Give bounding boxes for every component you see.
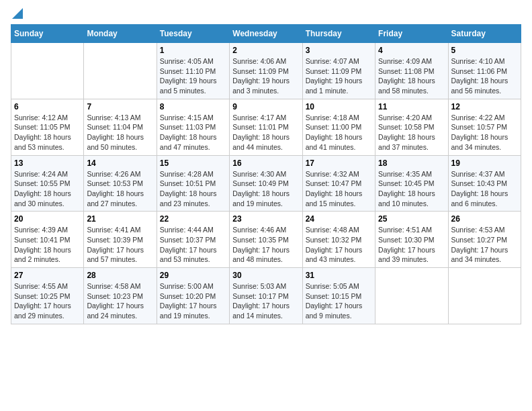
day-info: Sunrise: 4:41 AM Sunset: 10:39 PM Daylig… — [87, 225, 153, 265]
calendar-cell: 31Sunrise: 5:05 AM Sunset: 10:15 PM Dayl… — [302, 268, 375, 324]
calendar-table: SundayMondayTuesdayWednesdayThursdayFrid… — [11, 24, 521, 324]
day-number: 28 — [87, 271, 153, 280]
day-number: 1 — [160, 46, 226, 55]
calendar-cell: 22Sunrise: 4:44 AM Sunset: 10:37 PM Dayl… — [157, 212, 229, 268]
day-number: 11 — [378, 102, 445, 111]
calendar-cell: 12Sunrise: 4:22 AM Sunset: 10:57 PM Dayl… — [448, 99, 521, 155]
day-number: 22 — [160, 214, 226, 224]
calendar-cell: 25Sunrise: 4:51 AM Sunset: 10:30 PM Dayl… — [375, 212, 448, 268]
day-info: Sunrise: 4:22 AM Sunset: 10:57 PM Daylig… — [451, 113, 518, 152]
day-info: Sunrise: 4:17 AM Sunset: 11:01 PM Daylig… — [232, 113, 299, 152]
weekday-header: Monday — [84, 25, 157, 43]
day-number: 16 — [232, 158, 299, 168]
day-number: 31 — [306, 271, 372, 280]
calendar-cell: 4Sunrise: 4:09 AM Sunset: 11:08 PM Dayli… — [375, 43, 448, 99]
calendar-cell: 14Sunrise: 4:26 AM Sunset: 10:53 PM Dayl… — [84, 155, 157, 212]
calendar-cell: 8Sunrise: 4:15 AM Sunset: 11:03 PM Dayli… — [157, 99, 229, 155]
page-header — [11, 11, 521, 19]
day-number: 24 — [306, 214, 372, 224]
day-info: Sunrise: 4:26 AM Sunset: 10:53 PM Daylig… — [87, 169, 153, 209]
calendar-cell: 6Sunrise: 4:12 AM Sunset: 11:05 PM Dayli… — [11, 99, 84, 155]
day-info: Sunrise: 4:13 AM Sunset: 11:04 PM Daylig… — [87, 113, 153, 152]
calendar-week-row: 1Sunrise: 4:05 AM Sunset: 11:10 PM Dayli… — [11, 43, 521, 99]
weekday-header: Wednesday — [230, 25, 302, 43]
day-number: 10 — [306, 102, 372, 111]
day-info: Sunrise: 4:30 AM Sunset: 10:49 PM Daylig… — [232, 169, 299, 209]
day-number: 19 — [451, 158, 518, 168]
day-info: Sunrise: 5:05 AM Sunset: 10:15 PM Daylig… — [306, 281, 372, 321]
day-info: Sunrise: 4:09 AM Sunset: 11:08 PM Daylig… — [378, 56, 445, 96]
day-info: Sunrise: 4:55 AM Sunset: 10:25 PM Daylig… — [14, 281, 81, 321]
calendar-cell — [84, 43, 157, 99]
calendar-body: 1Sunrise: 4:05 AM Sunset: 11:10 PM Dayli… — [11, 43, 521, 324]
calendar-cell: 24Sunrise: 4:48 AM Sunset: 10:32 PM Dayl… — [302, 212, 375, 268]
calendar-cell: 15Sunrise: 4:28 AM Sunset: 10:51 PM Dayl… — [157, 155, 229, 212]
day-info: Sunrise: 4:53 AM Sunset: 10:27 PM Daylig… — [451, 225, 518, 265]
day-number: 29 — [160, 271, 226, 280]
day-number: 8 — [160, 102, 226, 111]
logo-triangle-icon — [12, 8, 23, 19]
day-number: 20 — [14, 214, 81, 224]
day-number: 2 — [232, 46, 299, 55]
calendar-cell — [448, 268, 521, 324]
day-info: Sunrise: 4:51 AM Sunset: 10:30 PM Daylig… — [378, 225, 445, 265]
day-info: Sunrise: 4:46 AM Sunset: 10:35 PM Daylig… — [232, 225, 299, 265]
day-number: 15 — [160, 158, 226, 168]
day-number: 13 — [14, 158, 81, 168]
day-number: 9 — [232, 102, 299, 111]
day-number: 17 — [306, 158, 372, 168]
day-info: Sunrise: 4:06 AM Sunset: 11:09 PM Daylig… — [232, 56, 299, 96]
calendar-cell: 26Sunrise: 4:53 AM Sunset: 10:27 PM Dayl… — [448, 212, 521, 268]
weekday-header: Tuesday — [157, 25, 229, 43]
calendar-cell: 11Sunrise: 4:20 AM Sunset: 10:58 PM Dayl… — [375, 99, 448, 155]
calendar-cell: 3Sunrise: 4:07 AM Sunset: 11:09 PM Dayli… — [302, 43, 375, 99]
day-info: Sunrise: 4:58 AM Sunset: 10:23 PM Daylig… — [87, 281, 153, 321]
day-info: Sunrise: 5:00 AM Sunset: 10:20 PM Daylig… — [160, 281, 226, 321]
day-number: 30 — [232, 271, 299, 280]
calendar-cell: 1Sunrise: 4:05 AM Sunset: 11:10 PM Dayli… — [157, 43, 229, 99]
calendar-cell: 17Sunrise: 4:32 AM Sunset: 10:47 PM Dayl… — [302, 155, 375, 212]
day-info: Sunrise: 4:48 AM Sunset: 10:32 PM Daylig… — [306, 225, 372, 265]
calendar-cell: 23Sunrise: 4:46 AM Sunset: 10:35 PM Dayl… — [230, 212, 302, 268]
calendar-cell: 21Sunrise: 4:41 AM Sunset: 10:39 PM Dayl… — [84, 212, 157, 268]
calendar-week-row: 27Sunrise: 4:55 AM Sunset: 10:25 PM Dayl… — [11, 268, 521, 324]
calendar-cell: 10Sunrise: 4:18 AM Sunset: 11:00 PM Dayl… — [302, 99, 375, 155]
day-number: 21 — [87, 214, 153, 224]
weekday-header: Saturday — [448, 25, 521, 43]
calendar-cell: 30Sunrise: 5:03 AM Sunset: 10:17 PM Dayl… — [230, 268, 302, 324]
weekday-header: Sunday — [11, 25, 84, 43]
calendar-cell — [375, 268, 448, 324]
day-info: Sunrise: 4:28 AM Sunset: 10:51 PM Daylig… — [160, 169, 226, 209]
day-info: Sunrise: 4:12 AM Sunset: 11:05 PM Daylig… — [14, 113, 81, 152]
calendar-cell: 16Sunrise: 4:30 AM Sunset: 10:49 PM Dayl… — [230, 155, 302, 212]
day-number: 14 — [87, 158, 153, 168]
calendar-cell: 27Sunrise: 4:55 AM Sunset: 10:25 PM Dayl… — [11, 268, 84, 324]
day-info: Sunrise: 5:03 AM Sunset: 10:17 PM Daylig… — [232, 281, 299, 321]
day-info: Sunrise: 4:18 AM Sunset: 11:00 PM Daylig… — [306, 113, 372, 152]
calendar-cell: 20Sunrise: 4:39 AM Sunset: 10:41 PM Dayl… — [11, 212, 84, 268]
day-number: 26 — [451, 214, 518, 224]
day-number: 5 — [451, 46, 518, 55]
day-number: 3 — [306, 46, 372, 55]
calendar-week-row: 13Sunrise: 4:24 AM Sunset: 10:55 PM Dayl… — [11, 155, 521, 212]
day-info: Sunrise: 4:35 AM Sunset: 10:45 PM Daylig… — [378, 169, 445, 209]
day-info: Sunrise: 4:39 AM Sunset: 10:41 PM Daylig… — [14, 225, 81, 265]
calendar-cell — [11, 43, 84, 99]
day-info: Sunrise: 4:10 AM Sunset: 11:06 PM Daylig… — [451, 56, 518, 96]
day-info: Sunrise: 4:44 AM Sunset: 10:37 PM Daylig… — [160, 225, 226, 265]
svg-marker-0 — [12, 8, 23, 19]
weekday-header: Friday — [375, 25, 448, 43]
day-info: Sunrise: 4:07 AM Sunset: 11:09 PM Daylig… — [306, 56, 372, 96]
day-info: Sunrise: 4:37 AM Sunset: 10:43 PM Daylig… — [451, 169, 518, 209]
calendar-cell: 9Sunrise: 4:17 AM Sunset: 11:01 PM Dayli… — [230, 99, 302, 155]
day-info: Sunrise: 4:32 AM Sunset: 10:47 PM Daylig… — [306, 169, 372, 209]
day-info: Sunrise: 4:15 AM Sunset: 11:03 PM Daylig… — [160, 113, 226, 152]
weekday-header: Thursday — [302, 25, 375, 43]
day-number: 12 — [451, 102, 518, 111]
calendar-cell: 18Sunrise: 4:35 AM Sunset: 10:45 PM Dayl… — [375, 155, 448, 212]
calendar-cell: 5Sunrise: 4:10 AM Sunset: 11:06 PM Dayli… — [448, 43, 521, 99]
day-number: 4 — [378, 46, 445, 55]
calendar-cell: 2Sunrise: 4:06 AM Sunset: 11:09 PM Dayli… — [230, 43, 302, 99]
day-number: 23 — [232, 214, 299, 224]
calendar-cell: 13Sunrise: 4:24 AM Sunset: 10:55 PM Dayl… — [11, 155, 84, 212]
